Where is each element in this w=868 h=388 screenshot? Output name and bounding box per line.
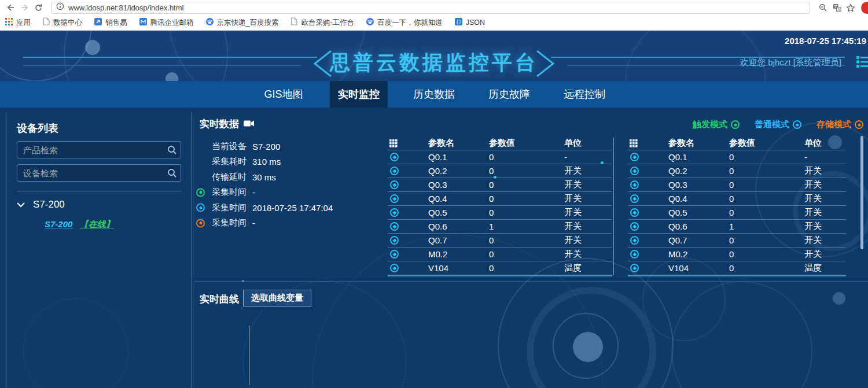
bookmark-star-icon[interactable]: [844, 1, 858, 14]
bullseye-icon[interactable]: [390, 208, 399, 217]
refresh-icon[interactable]: [31, 1, 45, 14]
tab-remote-control[interactable]: 远程控制: [556, 81, 613, 108]
info-label: 采集时间: [212, 187, 249, 198]
bullseye-icon[interactable]: [390, 153, 399, 161]
grid-icon[interactable]: [630, 139, 668, 147]
bullseye-icon[interactable]: [630, 167, 639, 175]
page-info-icon[interactable]: [56, 2, 64, 13]
device-search-input[interactable]: [17, 164, 181, 182]
bookmark-item-data-center[interactable]: 数据中心: [43, 17, 82, 28]
bookmarks-bar: 应用数据中心销售易腾讯企业邮箱京东快递_百度搜索欧台采购-工作台百度一下，你就知…: [0, 15, 868, 31]
search-icon[interactable]: [167, 145, 177, 157]
main-nav: GIS地图实时监控历史数据历史故障远程控制: [0, 81, 868, 108]
realtime-panel-header: 实时数据: [200, 117, 255, 131]
param-value-cell: 0: [489, 194, 564, 204]
back-icon[interactable]: [3, 1, 17, 14]
bullseye-icon[interactable]: [390, 167, 399, 175]
product-search-input[interactable]: [17, 141, 181, 158]
mode-buttons: 触发模式普通模式存储模式: [693, 119, 863, 130]
param-name-cell: Q0.7: [428, 235, 489, 245]
bullseye-icon[interactable]: [630, 208, 639, 217]
menu-list-icon[interactable]: [856, 56, 868, 71]
current-datetime: 2018-07-25 17:45:19: [785, 36, 866, 46]
param-unit-cell: 温度: [564, 263, 612, 274]
table-row: Q0.50开关: [388, 206, 612, 220]
select-curve-variables-button[interactable]: 选取曲线变量: [243, 290, 311, 306]
info-value: 2018-07-25 17:47:04: [252, 203, 333, 213]
info-row: 采集时间-: [196, 216, 378, 231]
bookmark-item-tencent-mail[interactable]: 腾讯企业邮箱: [139, 17, 194, 28]
param-unit-cell: 开关: [804, 179, 846, 190]
param-name-cell: Q0.7: [668, 235, 729, 245]
bookmark-item-jd-express[interactable]: 京东快递_百度搜索: [206, 17, 279, 28]
bullseye-icon[interactable]: [390, 222, 399, 231]
tab-history-fault[interactable]: 历史故障: [480, 81, 538, 108]
bullseye-icon[interactable]: [390, 194, 399, 203]
mode-button-storage-mode[interactable]: 存储模式: [816, 119, 863, 130]
table-header-row: 参数名参数值单位: [388, 136, 612, 150]
param-unit-cell: 温度: [804, 263, 846, 274]
bookmark-label: 百度一下，你就知道: [377, 18, 443, 28]
param-value-cell: 0: [729, 263, 804, 273]
param-value-cell: 0: [729, 194, 804, 204]
grid-icon[interactable]: [389, 139, 428, 147]
table-row: Q0.30开关: [388, 178, 612, 192]
param-value-cell: 0: [729, 166, 804, 176]
bookmark-label: 欧台采购-工作台: [301, 18, 354, 28]
bullseye-icon[interactable]: [630, 180, 639, 189]
realtime-curve-panel: 实时曲线 选取曲线变量: [194, 282, 868, 388]
bullseye-icon[interactable]: [630, 153, 639, 161]
search-icon[interactable]: [167, 168, 177, 180]
bullseye-icon[interactable]: [390, 250, 399, 258]
bullseye-icon[interactable]: [390, 180, 399, 189]
bookmark-item-xiaoshouyi[interactable]: 销售易: [94, 17, 127, 28]
device-group-node[interactable]: S7-200: [17, 199, 181, 210]
bullseye-icon[interactable]: [630, 222, 639, 231]
zoom-out-icon[interactable]: [816, 1, 830, 14]
status-dot-icon: [196, 188, 205, 197]
mode-button-normal-mode[interactable]: 普通模式: [755, 119, 801, 130]
column-header: 参数值: [489, 138, 564, 149]
table-row: Q0.40开关: [628, 192, 846, 206]
product-search: [17, 141, 181, 158]
param-name-cell: Q0.2: [428, 166, 489, 176]
target-circle-icon: [793, 120, 801, 129]
tab-gis-map[interactable]: GIS地图: [255, 81, 312, 108]
device-link[interactable]: S7-200 【在线】: [45, 219, 181, 230]
translate-icon[interactable]: 文A: [830, 1, 844, 14]
param-name-cell: Q0.3: [668, 180, 729, 190]
forward-icon[interactable]: [17, 1, 31, 14]
bullseye-icon[interactable]: [630, 194, 639, 203]
info-row: 当前设备S7-200: [196, 139, 378, 154]
param-name-cell: Q0.3: [428, 180, 489, 190]
param-value-cell: 0: [729, 152, 804, 162]
param-unit-cell: 开关: [564, 249, 612, 260]
bullseye-icon[interactable]: [390, 264, 399, 272]
profile-avatar[interactable]: [861, 2, 868, 14]
column-header: 单位: [564, 138, 612, 149]
bookmark-item-apps[interactable]: 应用: [5, 17, 31, 28]
chevron-down-icon[interactable]: [17, 199, 25, 210]
address-bar[interactable]: www.idosp.net:81/idosp/index.html: [51, 2, 810, 14]
tab-realtime-monitor[interactable]: 实时监控: [330, 81, 388, 108]
bullseye-icon[interactable]: [630, 236, 639, 245]
param-value-cell: 0: [489, 208, 564, 217]
param-unit-cell: 开关: [804, 221, 846, 232]
scrollbar[interactable]: [860, 136, 863, 249]
target-circle-icon: [855, 120, 863, 129]
bookmark-item-outai-procurement[interactable]: 欧台采购-工作台: [290, 17, 354, 28]
bookmark-item-baidu[interactable]: 百度一下，你就知道: [366, 17, 443, 28]
param-unit-cell: 开关: [804, 249, 846, 260]
realtime-data-title: 实时数据: [200, 117, 239, 131]
bullseye-icon[interactable]: [630, 264, 639, 272]
bullseye-icon[interactable]: [630, 250, 639, 258]
param-value-cell: 1: [489, 221, 564, 231]
tab-history-data[interactable]: 历史数据: [405, 81, 463, 108]
bookmark-item-json[interactable]: {}JSON: [455, 17, 485, 28]
table-row: M0.20开关: [388, 247, 612, 261]
mode-button-trigger-mode[interactable]: 触发模式: [693, 119, 740, 130]
bullseye-icon[interactable]: [390, 236, 399, 245]
param-unit-cell: 开关: [804, 235, 846, 246]
param-unit-cell: -: [804, 152, 846, 162]
baidu-paw-icon: [206, 17, 214, 28]
